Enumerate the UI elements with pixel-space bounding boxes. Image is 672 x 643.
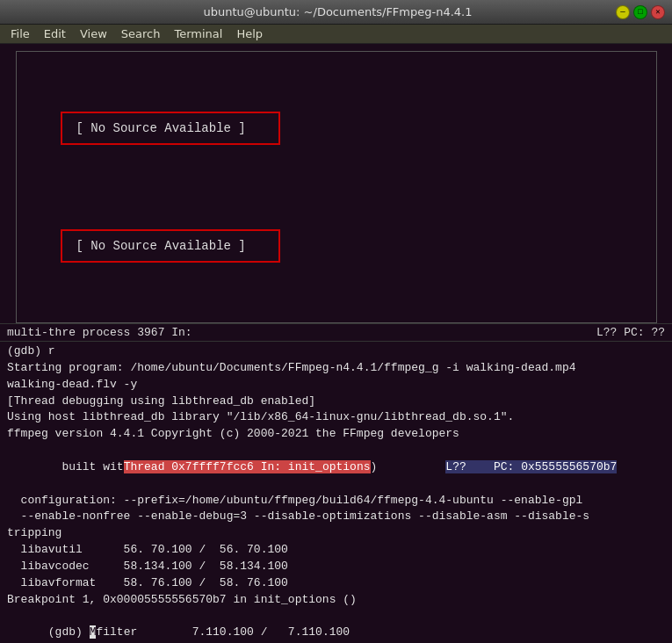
status-right: L?? PC: ?? (596, 326, 665, 339)
close-button[interactable]: ✕ (651, 5, 665, 19)
line15-post: filter 7.110.100 / 7.110.100 (96, 625, 350, 639)
no-source-box-1: [ No Source Available ] (61, 112, 280, 145)
console-line-5: Using host libthread_db library "/lib/x8… (7, 409, 665, 426)
title-bar: ubuntu@ubuntu: ~/Documents/FFmpeg-n4.4.1… (0, 0, 672, 25)
gdb-prompt-15: (gdb) (48, 625, 90, 639)
console-line-8: configuration: --prefix=/home/ubuntu/ffm… (7, 493, 665, 509)
maximize-button[interactable]: □ (633, 5, 647, 19)
console-line-15: (gdb) Mfilter 7.110.100 / 7.110.100 (7, 609, 665, 644)
console-line-13: libavformat 58. 76.100 / 58. 76.100 (7, 575, 665, 592)
menu-edit[interactable]: Edit (37, 25, 73, 43)
status-left: multi-thre process 3967 In: (7, 326, 192, 339)
no-source-text-2: [ No Source Available ] (76, 239, 246, 253)
terminal-body: [ No Source Available ] [ No Source Avai… (0, 44, 672, 643)
menu-help[interactable]: Help (229, 25, 270, 43)
menu-file[interactable]: File (4, 25, 37, 43)
console-line-2: Starting program: /home/ubuntu/Documents… (7, 360, 665, 377)
menu-terminal[interactable]: Terminal (167, 25, 229, 43)
source-view: [ No Source Available ] [ No Source Avai… (16, 51, 657, 323)
console-line-6: ffmpeg version 4.4.1 Copyright (c) 2000-… (7, 426, 665, 443)
minimize-button[interactable]: ─ (616, 5, 630, 19)
console-line-11: libavutil 56. 70.100 / 56. 70.100 (7, 542, 665, 559)
menu-search[interactable]: Search (114, 25, 168, 43)
console-line-9: --enable-nonfree --enable-debug=3 --disa… (7, 509, 665, 525)
menu-view[interactable]: View (73, 25, 114, 43)
thread-highlight: Thread 0x7ffff7fcc6 In: init_options (124, 460, 371, 473)
window-title: ubuntu@ubuntu: ~/Documents/FFmpeg-n4.4.1 (60, 5, 616, 18)
no-source-text-1: [ No Source Available ] (76, 121, 246, 135)
console-output[interactable]: (gdb) r Starting program: /home/ubuntu/D… (0, 342, 672, 643)
console-line-3: walking-dead.flv -y (7, 377, 665, 394)
console-line-14: Breakpoint 1, 0x00005555556570b7 in init… (7, 592, 665, 609)
status-bar: multi-thre process 3967 In: L?? PC: ?? (0, 323, 672, 342)
console-line-10: tripping (7, 525, 665, 542)
console-line-1: (gdb) r (7, 343, 665, 360)
console-line-7: built witThread 0x7ffff7fcc6 In: init_op… (7, 443, 665, 493)
console-line-12: libavcodec 58.134.100 / 58.134.100 (7, 559, 665, 575)
addr-highlight: L?? PC: 0x5555556570b7 (445, 460, 617, 473)
line7-pre: built wit (48, 460, 124, 473)
console-line-4: [Thread debugging using libthread_db ena… (7, 394, 665, 410)
window-controls[interactable]: ─ □ ✕ (616, 5, 665, 19)
no-source-box-2: [ No Source Available ] (61, 229, 280, 263)
menu-bar: File Edit View Search Terminal Help (0, 25, 672, 44)
line7-mid: ) (371, 460, 378, 473)
